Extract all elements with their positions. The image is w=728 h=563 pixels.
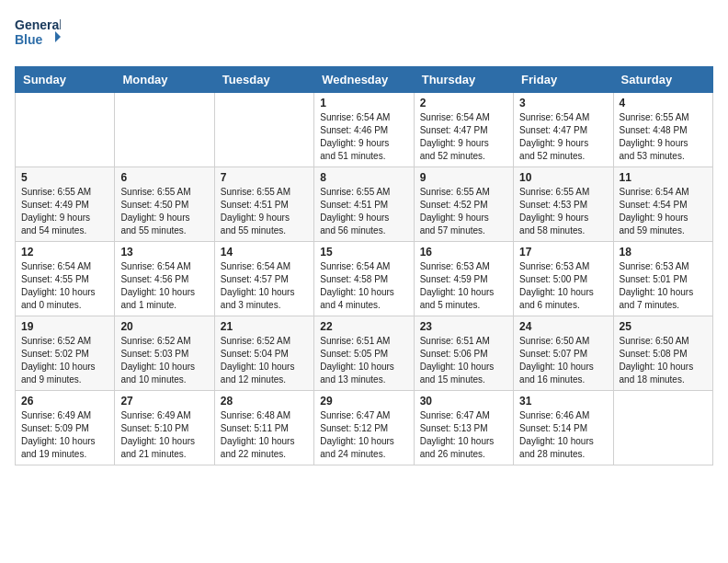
- logo: General Blue: [15, 15, 61, 55]
- day-number: 22: [320, 320, 407, 333]
- weekday-header-monday: Monday: [115, 67, 214, 93]
- day-cell: 1Sunrise: 6:54 AM Sunset: 4:46 PM Daylig…: [314, 93, 414, 167]
- day-number: 17: [519, 246, 607, 259]
- day-info: Sunrise: 6:46 AM Sunset: 5:14 PM Dayligh…: [519, 409, 607, 461]
- day-cell: 3Sunrise: 6:54 AM Sunset: 4:47 PM Daylig…: [514, 93, 613, 167]
- day-info: Sunrise: 6:55 AM Sunset: 4:51 PM Dayligh…: [320, 186, 407, 237]
- day-cell: 18Sunrise: 6:53 AM Sunset: 5:01 PM Dayli…: [613, 242, 712, 316]
- day-cell: [613, 391, 712, 465]
- day-info: Sunrise: 6:54 AM Sunset: 4:55 PM Dayligh…: [21, 260, 108, 312]
- day-number: 3: [519, 97, 607, 109]
- day-cell: 12Sunrise: 6:54 AM Sunset: 4:55 PM Dayli…: [16, 242, 115, 316]
- day-cell: 5Sunrise: 6:55 AM Sunset: 4:49 PM Daylig…: [16, 167, 115, 242]
- week-row-4: 19Sunrise: 6:52 AM Sunset: 5:02 PM Dayli…: [16, 316, 713, 391]
- day-number: 11: [620, 171, 707, 184]
- day-number: 2: [420, 97, 507, 109]
- weekday-header-friday: Friday: [514, 67, 613, 93]
- day-info: Sunrise: 6:55 AM Sunset: 4:51 PM Dayligh…: [221, 186, 308, 237]
- day-info: Sunrise: 6:55 AM Sunset: 4:49 PM Dayligh…: [21, 186, 108, 237]
- day-cell: 8Sunrise: 6:55 AM Sunset: 4:51 PM Daylig…: [314, 167, 414, 242]
- day-number: 10: [519, 171, 607, 184]
- day-number: 4: [620, 97, 707, 109]
- svg-text:Blue: Blue: [15, 32, 43, 47]
- day-info: Sunrise: 6:54 AM Sunset: 4:46 PM Dayligh…: [320, 111, 407, 163]
- day-number: 14: [221, 246, 308, 259]
- day-info: Sunrise: 6:49 AM Sunset: 5:09 PM Dayligh…: [21, 409, 108, 461]
- day-info: Sunrise: 6:54 AM Sunset: 4:47 PM Dayligh…: [519, 111, 607, 163]
- day-cell: 31Sunrise: 6:46 AM Sunset: 5:14 PM Dayli…: [514, 391, 613, 465]
- logo-svg: General Blue: [15, 15, 61, 55]
- day-cell: 28Sunrise: 6:48 AM Sunset: 5:11 PM Dayli…: [214, 391, 313, 465]
- day-cell: 10Sunrise: 6:55 AM Sunset: 4:53 PM Dayli…: [514, 167, 613, 242]
- day-number: 21: [221, 320, 308, 333]
- page-header: General Blue: [15, 15, 713, 55]
- day-info: Sunrise: 6:54 AM Sunset: 4:56 PM Dayligh…: [120, 260, 208, 312]
- day-cell: 11Sunrise: 6:54 AM Sunset: 4:54 PM Dayli…: [613, 167, 712, 242]
- svg-marker-2: [55, 31, 61, 42]
- weekday-header-thursday: Thursday: [414, 67, 513, 93]
- day-number: 18: [620, 246, 707, 259]
- day-info: Sunrise: 6:53 AM Sunset: 5:01 PM Dayligh…: [620, 260, 707, 312]
- day-info: Sunrise: 6:47 AM Sunset: 5:13 PM Dayligh…: [420, 409, 507, 461]
- day-number: 24: [519, 320, 607, 333]
- day-cell: 2Sunrise: 6:54 AM Sunset: 4:47 PM Daylig…: [414, 93, 513, 167]
- day-cell: 7Sunrise: 6:55 AM Sunset: 4:51 PM Daylig…: [214, 167, 313, 242]
- day-info: Sunrise: 6:53 AM Sunset: 5:00 PM Dayligh…: [519, 260, 607, 312]
- day-info: Sunrise: 6:55 AM Sunset: 4:52 PM Dayligh…: [420, 186, 507, 237]
- day-cell: [214, 93, 313, 167]
- weekday-row: SundayMondayTuesdayWednesdayThursdayFrid…: [16, 67, 713, 93]
- calendar-header: SundayMondayTuesdayWednesdayThursdayFrid…: [16, 67, 713, 93]
- calendar-body: 1Sunrise: 6:54 AM Sunset: 4:46 PM Daylig…: [16, 93, 713, 465]
- day-cell: 26Sunrise: 6:49 AM Sunset: 5:09 PM Dayli…: [16, 391, 115, 465]
- day-info: Sunrise: 6:55 AM Sunset: 4:53 PM Dayligh…: [519, 186, 607, 237]
- day-number: 30: [420, 395, 507, 408]
- day-cell: 22Sunrise: 6:51 AM Sunset: 5:05 PM Dayli…: [314, 316, 414, 391]
- day-number: 13: [120, 246, 208, 259]
- day-info: Sunrise: 6:47 AM Sunset: 5:12 PM Dayligh…: [320, 409, 407, 461]
- day-number: 25: [620, 320, 707, 333]
- day-number: 27: [120, 395, 208, 408]
- day-cell: 13Sunrise: 6:54 AM Sunset: 4:56 PM Dayli…: [115, 242, 214, 316]
- weekday-header-saturday: Saturday: [613, 67, 712, 93]
- day-cell: 29Sunrise: 6:47 AM Sunset: 5:12 PM Dayli…: [314, 391, 414, 465]
- day-info: Sunrise: 6:54 AM Sunset: 4:57 PM Dayligh…: [221, 260, 308, 312]
- day-cell: 19Sunrise: 6:52 AM Sunset: 5:02 PM Dayli…: [16, 316, 115, 391]
- day-info: Sunrise: 6:52 AM Sunset: 5:04 PM Dayligh…: [221, 335, 308, 386]
- day-number: 5: [21, 171, 108, 184]
- day-info: Sunrise: 6:50 AM Sunset: 5:08 PM Dayligh…: [620, 335, 707, 386]
- day-cell: [16, 93, 115, 167]
- day-cell: 9Sunrise: 6:55 AM Sunset: 4:52 PM Daylig…: [414, 167, 513, 242]
- day-number: 31: [519, 395, 607, 408]
- day-number: 23: [420, 320, 507, 333]
- day-info: Sunrise: 6:54 AM Sunset: 4:47 PM Dayligh…: [420, 111, 507, 163]
- day-number: 7: [221, 171, 308, 184]
- day-info: Sunrise: 6:55 AM Sunset: 4:48 PM Dayligh…: [620, 111, 707, 163]
- day-cell: 27Sunrise: 6:49 AM Sunset: 5:10 PM Dayli…: [115, 391, 214, 465]
- day-cell: 17Sunrise: 6:53 AM Sunset: 5:00 PM Dayli…: [514, 242, 613, 316]
- day-number: 1: [320, 97, 407, 109]
- day-cell: 25Sunrise: 6:50 AM Sunset: 5:08 PM Dayli…: [613, 316, 712, 391]
- day-cell: 24Sunrise: 6:50 AM Sunset: 5:07 PM Dayli…: [514, 316, 613, 391]
- week-row-3: 12Sunrise: 6:54 AM Sunset: 4:55 PM Dayli…: [16, 242, 713, 316]
- day-cell: 30Sunrise: 6:47 AM Sunset: 5:13 PM Dayli…: [414, 391, 513, 465]
- day-info: Sunrise: 6:54 AM Sunset: 4:58 PM Dayligh…: [320, 260, 407, 312]
- weekday-header-tuesday: Tuesday: [214, 67, 313, 93]
- day-cell: 6Sunrise: 6:55 AM Sunset: 4:50 PM Daylig…: [115, 167, 214, 242]
- day-info: Sunrise: 6:55 AM Sunset: 4:50 PM Dayligh…: [120, 186, 208, 237]
- day-number: 6: [120, 171, 208, 184]
- day-cell: 4Sunrise: 6:55 AM Sunset: 4:48 PM Daylig…: [613, 93, 712, 167]
- day-number: 9: [420, 171, 507, 184]
- day-info: Sunrise: 6:52 AM Sunset: 5:03 PM Dayligh…: [120, 335, 208, 386]
- day-info: Sunrise: 6:51 AM Sunset: 5:06 PM Dayligh…: [420, 335, 507, 386]
- weekday-header-sunday: Sunday: [16, 67, 115, 93]
- day-number: 28: [221, 395, 308, 408]
- day-number: 29: [320, 395, 407, 408]
- day-cell: 16Sunrise: 6:53 AM Sunset: 4:59 PM Dayli…: [414, 242, 513, 316]
- week-row-2: 5Sunrise: 6:55 AM Sunset: 4:49 PM Daylig…: [16, 167, 713, 242]
- calendar: SundayMondayTuesdayWednesdayThursdayFrid…: [15, 66, 713, 465]
- day-cell: 15Sunrise: 6:54 AM Sunset: 4:58 PM Dayli…: [314, 242, 414, 316]
- day-number: 15: [320, 246, 407, 259]
- week-row-5: 26Sunrise: 6:49 AM Sunset: 5:09 PM Dayli…: [16, 391, 713, 465]
- day-info: Sunrise: 6:53 AM Sunset: 4:59 PM Dayligh…: [420, 260, 507, 312]
- day-info: Sunrise: 6:54 AM Sunset: 4:54 PM Dayligh…: [620, 186, 707, 237]
